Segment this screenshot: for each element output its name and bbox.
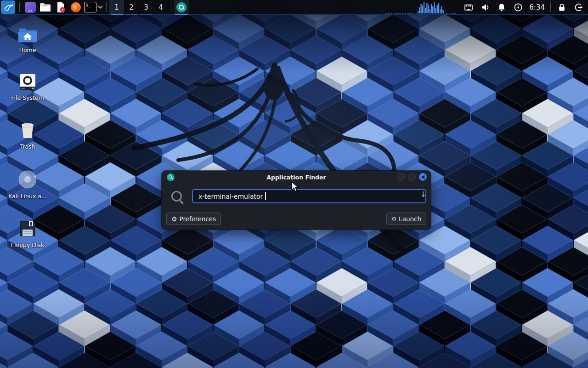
launch-button-label: Launch: [399, 215, 421, 223]
desktop-icon-label: File System: [11, 94, 44, 101]
volume-icon[interactable]: [480, 2, 490, 12]
workspace-active-underline: [111, 14, 123, 15]
launcher-text-editor[interactable]: [53, 0, 68, 14]
application-finder-window: Application Finder ↓ ⚙ Preferences ⚙ Lau…: [162, 171, 431, 230]
panel-separator: [106, 2, 107, 12]
desktop-icon-trash[interactable]: Trash: [5, 121, 51, 150]
launch-button[interactable]: ⚙ Launch: [386, 213, 426, 225]
folder-icon: [40, 2, 51, 12]
launcher-firefox[interactable]: [68, 0, 83, 14]
desktop-icon-label: Floppy Disk: [11, 242, 44, 248]
network-icon[interactable]: [464, 2, 474, 12]
firefox-icon: [70, 2, 81, 13]
cpu-graph[interactable]: [385, 0, 457, 15]
power-manager-icon[interactable]: [513, 2, 523, 12]
search-icon-large: [170, 190, 185, 205]
desktop-icon-file-system[interactable]: File System: [5, 73, 51, 101]
file-system-drive-icon: [18, 73, 37, 91]
panel-separator: [550, 2, 551, 12]
terminal-icon: $_: [84, 2, 96, 12]
search-row: ↓: [162, 187, 431, 207]
search-icon: [176, 2, 187, 12]
text-editor-icon: [55, 2, 66, 13]
maximize-button[interactable]: [408, 173, 416, 181]
workspace-1-label: 1: [114, 3, 119, 12]
desktop-icon-label: Home: [19, 46, 36, 53]
workspace-1[interactable]: 1: [109, 0, 124, 14]
app-finder-panel-button[interactable]: [174, 0, 189, 14]
run-gear-icon: ⚙: [391, 216, 396, 222]
workspace-3[interactable]: 3: [139, 0, 153, 14]
home-folder-icon: [17, 27, 38, 43]
panel-separator: [171, 2, 171, 12]
launcher-file-manager[interactable]: [38, 0, 53, 14]
preferences-button-label: Preferences: [180, 215, 216, 223]
titlebar[interactable]: Application Finder: [162, 171, 431, 184]
window-title: Application Finder: [162, 174, 431, 181]
desktop-root: $_ 1 2 3 4: [0, 0, 588, 368]
floppy-disk-icon: [18, 219, 37, 238]
trash-icon: [18, 121, 37, 140]
notifications-bell-icon[interactable]: [497, 2, 507, 12]
top-panel: $_ 1 2 3 4: [0, 0, 588, 15]
gear-icon: ⚙: [171, 216, 177, 222]
close-button[interactable]: [419, 173, 427, 181]
workspace-4-label: 4: [158, 3, 163, 12]
launcher-files-app[interactable]: [23, 0, 38, 14]
logout-icon[interactable]: [573, 2, 583, 12]
button-row: ⚙ Preferences ⚙ Launch: [162, 213, 431, 225]
workspace-3-label: 3: [144, 3, 148, 12]
files-app-icon: [25, 2, 36, 13]
desktop-icon-floppy-disk[interactable]: Floppy Disk: [5, 219, 51, 248]
kali-logo-icon: [3, 2, 14, 13]
preferences-button[interactable]: ⚙ Preferences: [166, 213, 221, 225]
app-finder-active-underline: [175, 14, 188, 15]
panel-separator: [19, 2, 20, 12]
launcher-terminal[interactable]: $_: [83, 0, 97, 14]
minimize-button[interactable]: [397, 173, 405, 181]
workspace-2[interactable]: 2: [124, 0, 139, 14]
desktop-icon-label: Kali Linux a...: [8, 193, 47, 200]
desktop-icon-home[interactable]: Home: [5, 27, 51, 53]
text-caret: [265, 192, 266, 200]
desktop-icon-label: Trash: [20, 143, 35, 150]
workspace-2-label: 2: [129, 3, 134, 12]
applications-menu-button[interactable]: [1, 0, 15, 14]
launcher-terminal-dropdown[interactable]: [97, 0, 103, 14]
search-input[interactable]: [192, 189, 426, 203]
chevron-down-icon: [98, 6, 103, 9]
dropdown-arrow-icon[interactable]: ↓: [420, 191, 426, 198]
optical-disc-icon: [17, 169, 38, 190]
clock[interactable]: 6:34: [526, 3, 548, 12]
desktop-icon-kali-docs[interactable]: Kali Linux a...: [5, 169, 51, 200]
lock-icon[interactable]: [557, 2, 567, 12]
workspace-4[interactable]: 4: [153, 0, 168, 14]
